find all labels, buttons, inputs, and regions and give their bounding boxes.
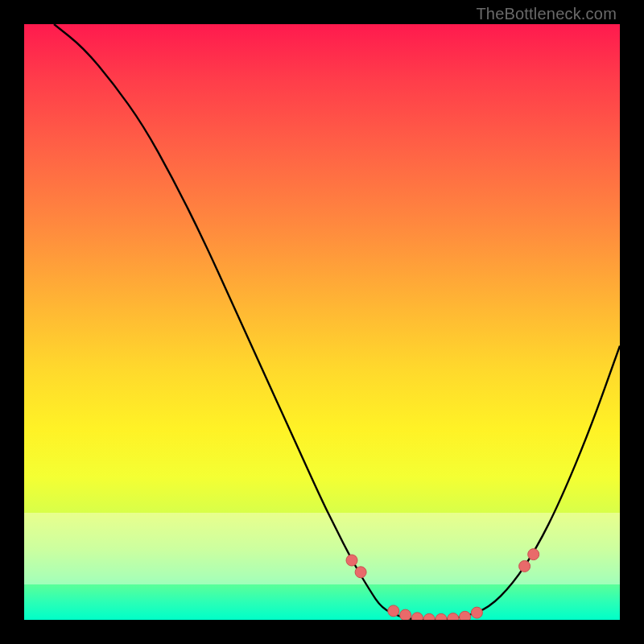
dot [400, 609, 411, 620]
bottleneck-curve [54, 24, 620, 620]
dot [423, 613, 435, 620]
dot [346, 555, 357, 566]
curve-layer [24, 24, 620, 620]
dot [519, 560, 530, 572]
chart-frame [24, 24, 620, 620]
dot [448, 613, 459, 620]
dot [471, 607, 482, 618]
dot [388, 605, 399, 617]
watermark-text: TheBottleneck.com [476, 5, 617, 23]
dot [528, 549, 539, 560]
dot [436, 613, 447, 620]
dot [355, 567, 366, 578]
plot-area [24, 24, 620, 620]
dot [411, 613, 423, 620]
dot [460, 611, 471, 620]
